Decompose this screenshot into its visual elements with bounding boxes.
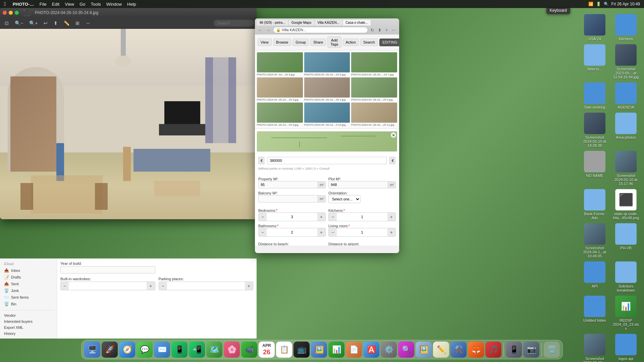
dock-photos[interactable]: 🌸 xyxy=(224,342,240,358)
photo-thumb-8[interactable] xyxy=(304,103,350,123)
parking-minus[interactable]: − xyxy=(159,282,167,290)
map-close-button[interactable]: ✕ xyxy=(391,132,396,138)
photo-item-9[interactable]: PHOTO-2024-04 -26-10-...25 11.jpg xyxy=(351,103,397,126)
rotate-button[interactable]: ↩ xyxy=(42,19,50,27)
sidebar-item-drafts[interactable]: 📝 Drafts xyxy=(2,274,55,281)
photo-item-7[interactable]: PHOTO-2024-04 -26-10-...25 9.jpg xyxy=(257,103,303,126)
back-button[interactable]: ← xyxy=(257,27,264,33)
desktop-icon-bankforms[interactable]: Bank-Forms-Ads xyxy=(580,188,610,221)
parking-value[interactable] xyxy=(167,283,245,289)
zoom-fit-button[interactable]: ⊡ xyxy=(3,19,11,27)
menu-file[interactable]: File xyxy=(37,2,49,7)
desktop-icon-usa24[interactable]: USA 24 xyxy=(580,13,610,42)
dock-trash[interactable]: 🗑️ xyxy=(544,342,560,358)
kitchens-minus[interactable]: − xyxy=(329,213,337,221)
nav-history[interactable]: History xyxy=(2,330,55,337)
living-room-plus[interactable]: + xyxy=(387,228,395,236)
search-input[interactable] xyxy=(214,20,254,26)
browser-menu-button[interactable]: ⋯ xyxy=(390,27,397,33)
bedrooms-minus[interactable]: − xyxy=(259,213,267,221)
nav-vendor[interactable]: Vendor xyxy=(2,312,55,318)
browse-btn[interactable]: Browse xyxy=(273,39,291,46)
desktop-icon-logosapi[interactable]: logos api xyxy=(611,333,641,362)
bedrooms-plus[interactable]: + xyxy=(317,213,325,221)
photo-thumb-5[interactable] xyxy=(304,77,350,98)
photo-thumb-7[interactable] xyxy=(257,103,303,123)
bathrooms-value[interactable] xyxy=(267,229,317,236)
annotate-button[interactable]: ✏️ xyxy=(62,19,71,27)
balcony-m2-input[interactable] xyxy=(258,195,318,202)
photo-item-3[interactable]: PHOTO-2024-04 -26-10-...-24 7.jpg xyxy=(351,52,397,76)
dock-screenshot-app[interactable]: 📷 xyxy=(523,342,539,358)
zoom-in-button[interactable]: 🔍+ xyxy=(27,19,40,27)
kitchens-value[interactable] xyxy=(337,214,387,220)
desktop-icon-saleworking[interactable]: Sale working xyxy=(580,81,610,111)
dock-cleanmymac[interactable]: 🔍 xyxy=(398,342,414,358)
price-input[interactable] xyxy=(267,157,387,164)
apple-menu[interactable]:  xyxy=(0,1,10,7)
desktop-icon-solicitors[interactable]: Solicitors breakdown xyxy=(611,260,641,294)
desktop-icon-screenshot4[interactable]: Screenshot 2024-04-1...at 10.49.05 xyxy=(580,222,610,259)
desktop-icon-api[interactable]: API xyxy=(580,260,610,294)
reload-button[interactable]: ↻ xyxy=(369,27,375,33)
bathrooms-minus[interactable]: − xyxy=(259,228,267,236)
kitchens-plus[interactable]: + xyxy=(387,213,395,221)
group-btn[interactable]: Group xyxy=(292,39,309,46)
desktop-icon-redsp[interactable]: 📊 REDSP 2024_03_23.xlsx xyxy=(611,294,641,332)
dock-maps[interactable]: 🗺️ xyxy=(206,342,222,358)
menu-view[interactable]: View xyxy=(62,2,77,7)
adjust-button[interactable]: ↔ xyxy=(84,19,92,27)
dock-launchpad[interactable]: 🚀 xyxy=(102,342,118,358)
dock-keynote[interactable]: 🖼️ xyxy=(311,342,327,358)
fullscreen-button[interactable] xyxy=(15,11,19,15)
desktop-icon-untitled[interactable]: Untitled folder xyxy=(580,294,610,332)
dock-calendar[interactable]: APR26 xyxy=(259,342,275,358)
dock-reminders[interactable]: 📋 xyxy=(276,342,292,358)
sidebar-toggle-icon[interactable]: ⬛ xyxy=(23,9,30,16)
share-button[interactable]: ⬆ xyxy=(52,19,60,27)
desktop-icon-areaphotos[interactable]: Area photos xyxy=(611,111,641,149)
nav-export-xml[interactable]: Export XML xyxy=(2,324,55,330)
photo-thumb-4[interactable] xyxy=(257,77,303,98)
action-btn[interactable]: Action xyxy=(343,39,359,46)
address-bar[interactable]: 🔒 Villa KAIZEN... xyxy=(273,27,368,33)
dock-whatsapp[interactable]: 📱 xyxy=(171,342,187,358)
photo-thumb-6[interactable] xyxy=(351,77,397,98)
desktop-icon-screenshot3[interactable]: Screenshot 2024-01-10 at 15.17.46 xyxy=(611,149,641,187)
desktop-icon-kitchens[interactable]: Kitchens xyxy=(611,13,641,42)
photo-thumb-1[interactable] xyxy=(257,52,303,72)
year-of-build-input[interactable] xyxy=(60,266,155,274)
menu-go[interactable]: Go xyxy=(77,2,88,7)
menu-tools[interactable]: Tools xyxy=(88,2,104,7)
wardrobes-value[interactable] xyxy=(69,283,147,289)
sidebar-item-bin[interactable]: 🗑️ Bin xyxy=(2,301,55,307)
wardrobes-plus[interactable]: + xyxy=(147,282,155,290)
dock-appstore[interactable]: 🅰️ xyxy=(363,342,379,358)
dock-music[interactable]: 🎵 xyxy=(485,342,501,358)
sidebar-item-inbox[interactable]: 📥 Inbox xyxy=(2,267,55,274)
desktop-icon-qr1[interactable]: ⬛ static-qr-code-44a...45c48.png xyxy=(611,188,641,221)
crop-button[interactable]: ⊞ xyxy=(73,19,82,27)
dock-numbers[interactable]: 📊 xyxy=(328,342,344,358)
search-form-btn[interactable]: Search xyxy=(360,39,378,46)
sidebar-item-sent[interactable]: 📤 Sent xyxy=(2,281,55,287)
share-browser-button[interactable]: ⬆ xyxy=(377,27,383,33)
zoom-out-button[interactable]: 🔍− xyxy=(13,19,25,27)
desktop-icon-agencia[interactable]: AGENCIA xyxy=(611,81,641,111)
view-btn[interactable]: View xyxy=(258,39,272,46)
bedrooms-value[interactable] xyxy=(267,214,317,220)
tab-villa[interactable]: Villa KAIZEN... xyxy=(315,20,342,25)
new-tab-button[interactable]: + xyxy=(384,27,389,33)
photo-item-4[interactable]: PHOTO-2024-04 -26-10-...25 3.jpg xyxy=(257,77,303,101)
desktop-icon-new[interactable]: New to... xyxy=(580,43,610,80)
nav-interested-buyers[interactable]: Interested buyers xyxy=(2,318,55,324)
dock-messages[interactable]: 💬 xyxy=(137,342,153,358)
desktop-icon-screenshot2[interactable]: Screenshot 2024-01-10 at 14.38.38 xyxy=(580,111,610,149)
tab-mi[interactable]: Mi (929) - petra... xyxy=(257,20,288,25)
living-room-minus[interactable]: − xyxy=(329,228,337,236)
photo-thumb-9[interactable] xyxy=(351,103,397,123)
dock-safari[interactable]: 🧭 xyxy=(119,342,135,358)
dock-pages[interactable]: 📄 xyxy=(346,342,362,358)
dock-whatsapp2[interactable]: 📲 xyxy=(189,342,205,358)
bathrooms-plus[interactable]: + xyxy=(317,228,325,236)
